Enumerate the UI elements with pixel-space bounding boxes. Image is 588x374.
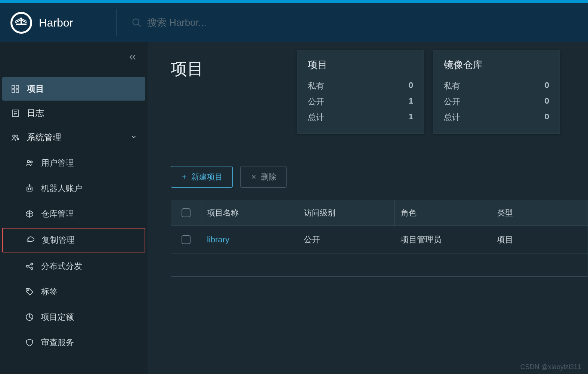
search-container — [131, 17, 578, 28]
sidebar-collapse-icon[interactable] — [128, 53, 137, 63]
sidebar-item-users[interactable]: 用户管理 — [2, 151, 145, 175]
sidebar-item-label: 审查服务 — [41, 337, 74, 348]
sidebar-item-label: 用户管理 — [41, 157, 74, 169]
watermark: CSDN @xiaoyizi311 — [520, 363, 581, 371]
svg-rect-10 — [12, 90, 15, 92]
close-icon — [250, 174, 257, 180]
delete-button[interactable]: 删除 — [240, 166, 287, 188]
logo[interactable]: Harbor — [10, 12, 73, 34]
svg-point-23 — [30, 188, 31, 190]
button-label: 新建项目 — [191, 172, 223, 182]
sidebar-item-label: 标签 — [41, 286, 58, 297]
svg-line-7 — [138, 24, 140, 27]
sidebar-item-label: 系统管理 — [27, 132, 61, 143]
users-icon — [25, 158, 34, 168]
pie-icon — [25, 312, 34, 322]
sidebar-item-label: 机器人账户 — [41, 183, 82, 194]
shield-icon — [25, 338, 34, 347]
sidebar-item-labels[interactable]: 标签 — [2, 280, 145, 303]
cloud-sync-icon — [25, 235, 35, 245]
tag-icon — [25, 287, 34, 297]
sidebar-item-registries[interactable]: 仓库管理 — [2, 202, 145, 226]
new-project-button[interactable]: 新建项目 — [171, 166, 233, 188]
sidebar-item-distribution[interactable]: 分布式分发 — [2, 255, 145, 278]
header: Harbor — [0, 3, 588, 42]
svg-point-17 — [16, 135, 18, 137]
main-content: 项目 项目 私有0 公开1 总计1 镜像仓库 私有0 公开0 总计0 新建项目 — [148, 42, 588, 374]
chevron-down-icon — [130, 132, 137, 142]
stat-card-title: 镜像仓库 — [444, 58, 549, 71]
svg-rect-9 — [16, 86, 19, 88]
table-empty-row — [171, 254, 588, 276]
table-header: 项目名称 访问级别 角色 类型 — [171, 200, 588, 226]
projects-icon — [10, 84, 20, 94]
svg-point-19 — [27, 160, 30, 163]
sidebar-item-label: 日志 — [27, 107, 44, 119]
sidebar-item-projects[interactable]: 项目 — [2, 77, 145, 101]
col-type[interactable]: 类型 — [491, 200, 588, 226]
nav-divider — [0, 73, 148, 73]
sidebar-item-admin[interactable]: 系统管理 — [2, 126, 145, 149]
stat-card-projects: 项目 私有0 公开1 总计1 — [297, 50, 424, 134]
sidebar-item-label: 项目定额 — [41, 312, 74, 323]
svg-line-29 — [28, 264, 31, 266]
svg-point-16 — [13, 135, 15, 137]
col-role[interactable]: 角色 — [394, 200, 491, 226]
svg-point-6 — [133, 19, 139, 25]
row-checkbox[interactable] — [182, 235, 191, 244]
svg-point-25 — [29, 185, 30, 186]
action-bar: 新建项目 删除 — [171, 166, 588, 188]
svg-line-3 — [15, 18, 21, 21]
cell-access: 公开 — [298, 226, 394, 254]
svg-point-31 — [28, 290, 29, 291]
cell-type: 项目 — [491, 226, 588, 254]
sidebar-item-logs[interactable]: 日志 — [2, 101, 145, 125]
stat-card-repos: 镜像仓库 私有0 公开0 总计0 — [433, 50, 560, 134]
search-icon — [131, 18, 142, 28]
svg-point-22 — [28, 188, 29, 190]
admin-icon — [10, 133, 20, 142]
stats-row: 项目 私有0 公开1 总计1 镜像仓库 私有0 公开0 总计0 — [297, 50, 560, 134]
cube-icon — [25, 209, 34, 219]
sidebar-item-label: 项目 — [27, 83, 44, 95]
sidebar: 项目 日志 系统管理 用户管理 机器人账户 仓库管理 复制管理 — [0, 42, 148, 374]
svg-point-18 — [17, 138, 19, 140]
svg-rect-8 — [12, 86, 15, 88]
select-all-checkbox[interactable] — [182, 208, 191, 217]
sidebar-item-interrogation[interactable]: 审查服务 — [2, 331, 145, 354]
sidebar-item-quotas[interactable]: 项目定额 — [2, 306, 145, 329]
project-name-link[interactable]: library — [201, 227, 298, 253]
svg-rect-0 — [16, 24, 27, 25]
svg-line-30 — [28, 267, 31, 268]
harbor-logo-icon — [10, 12, 32, 34]
share-icon — [25, 261, 34, 271]
robot-icon — [25, 184, 34, 193]
col-name[interactable]: 项目名称 — [201, 200, 298, 226]
svg-line-2 — [21, 18, 27, 21]
table-row: library 公开 项目管理员 项目 — [171, 226, 588, 254]
svg-line-5 — [15, 20, 21, 23]
top-accent-bar — [0, 0, 588, 3]
svg-point-20 — [31, 161, 33, 163]
logs-icon — [10, 108, 20, 118]
app-name: Harbor — [39, 16, 73, 29]
stat-card-title: 项目 — [308, 58, 413, 71]
plus-icon — [181, 174, 188, 180]
sidebar-item-label: 分布式分发 — [41, 261, 82, 272]
svg-line-4 — [21, 20, 27, 23]
sidebar-item-robots[interactable]: 机器人账户 — [2, 177, 145, 200]
search-input[interactable] — [147, 17, 297, 28]
button-label: 删除 — [261, 172, 276, 182]
svg-rect-11 — [16, 90, 19, 92]
sidebar-item-label: 仓库管理 — [41, 208, 74, 220]
header-divider — [116, 9, 117, 36]
sidebar-item-label: 复制管理 — [42, 234, 75, 246]
projects-table: 项目名称 访问级别 角色 类型 library 公开 项目管理员 项目 — [171, 200, 588, 277]
col-access[interactable]: 访问级别 — [298, 200, 394, 226]
sidebar-item-replication[interactable]: 复制管理 — [2, 228, 145, 252]
cell-role: 项目管理员 — [394, 226, 491, 254]
